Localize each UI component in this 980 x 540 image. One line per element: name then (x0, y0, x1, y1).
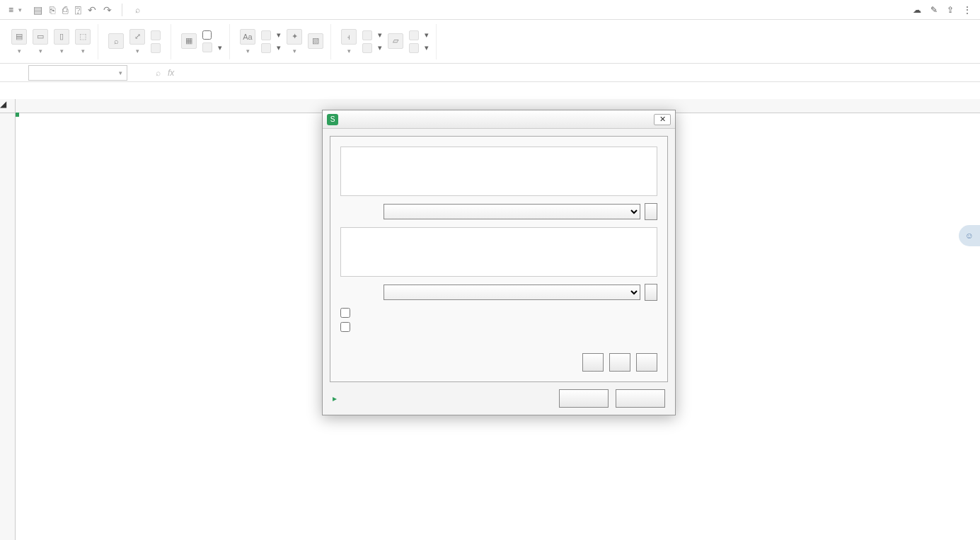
showbreaks-toggle[interactable] (202, 30, 222, 40)
ok-button[interactable] (559, 389, 609, 408)
formula-bar: ▾ ⌕ fx (0, 64, 980, 82)
rotate-icon (362, 43, 372, 53)
colors-button[interactable]: ▾ (261, 30, 281, 40)
effects-icon: ✦ (287, 29, 302, 45)
redo-icon[interactable]: ↷ (103, 4, 112, 16)
headerfooter-button[interactable] (151, 43, 163, 53)
first-page-checkbox[interactable] (340, 322, 350, 332)
dialog-body (330, 136, 668, 382)
fx-controls: ⌕ fx (156, 68, 174, 78)
share-icon: ⇪ (947, 5, 954, 15)
unsync-button[interactable]: ☁ (913, 5, 923, 15)
undo-icon[interactable]: ↶ (88, 4, 96, 16)
bringfwd-icon (409, 30, 419, 40)
tips-link[interactable]: ▸ (333, 393, 340, 403)
header-select[interactable] (384, 204, 640, 219)
row-headers: ◢ (0, 99, 16, 540)
colors-icon (261, 30, 271, 40)
name-box[interactable]: ▾ (28, 65, 127, 81)
saveas-icon[interactable]: ⎘ (50, 4, 55, 16)
fonts-button[interactable]: ▾ (261, 43, 281, 53)
theme-button[interactable]: Aa ▾ (240, 29, 255, 54)
page-setup-dialog: S ✕ ▸ (322, 110, 676, 415)
menu-icon: ≡ (8, 5, 13, 15)
titles-icon (151, 30, 161, 40)
cloud-icon: ☁ (913, 5, 921, 15)
group-icon (362, 30, 372, 40)
odd-even-checkbox[interactable] (340, 308, 350, 318)
save-icon[interactable]: ▤ (33, 4, 42, 16)
bringforward-button[interactable]: ▾ (409, 30, 429, 40)
bgimage-button[interactable]: ▧ (308, 33, 323, 50)
active-cell-outline (16, 113, 18, 116)
share-button[interactable]: ⇪ (947, 5, 956, 15)
quick-access-toolbar: ▤ ⎘ ⎙ ⍰ ↶ ↷ (28, 4, 117, 16)
select-all-corner[interactable]: ◢ (0, 99, 15, 113)
command-search[interactable]: ⌕ (135, 5, 143, 15)
dialog-titlebar[interactable]: S ✕ (323, 110, 675, 129)
papersize-button[interactable]: ▯ ▾ (54, 29, 69, 54)
more-icon[interactable]: ⋮ (963, 5, 972, 15)
options-button[interactable] (582, 353, 604, 372)
margins-icon: ▤ (11, 29, 27, 45)
print-icon[interactable]: ⎙ (62, 4, 68, 16)
custom-footer-button[interactable] (645, 284, 657, 301)
preview-icon: ⌕ (108, 33, 124, 49)
printpreview-button[interactable]: ⌕ (108, 33, 124, 50)
search-icon: ⌕ (135, 5, 140, 15)
ribbon: ▤ ▾ ▭ ▾ ▯ ▾ ⬚ ▾ ⌕ ⤢ ▾ ▦ ▾ Aa ▾ ▾ ▾ ✦ ▾ ▧… (0, 20, 980, 64)
effects-button[interactable]: ✦ ▾ (287, 29, 302, 54)
scale-icon: ⤢ (129, 29, 145, 45)
selectionpane-button[interactable]: ▱ (388, 33, 403, 50)
dialog-tabs (323, 129, 675, 136)
print-button[interactable] (609, 353, 630, 372)
margins-button[interactable]: ▤ ▾ (11, 29, 27, 54)
play-icon: ▸ (333, 393, 337, 403)
breakpreview-icon: ▦ (181, 33, 197, 49)
insertbreak-icon (202, 42, 212, 52)
headerfooter-icon (151, 43, 161, 53)
pagebreakpreview-button[interactable]: ▦ (181, 33, 197, 50)
bgimage-icon: ▧ (308, 33, 323, 49)
collab-icon: ✎ (930, 5, 938, 15)
topbar-right: ☁ ✎ ⇪ ⋮ (913, 5, 977, 15)
chevron-down-icon: ▾ (18, 6, 22, 13)
printpreview-button[interactable] (636, 353, 657, 372)
dialog-close-button[interactable]: ✕ (654, 114, 671, 125)
file-menu[interactable]: ≡ ▾ (3, 5, 28, 15)
fx-search-icon[interactable]: ⌕ (156, 68, 161, 78)
footer-preview (340, 227, 657, 277)
sendback-icon (409, 43, 419, 53)
group-button[interactable]: ▾ (362, 30, 382, 40)
size-icon: ▯ (54, 29, 69, 45)
collab-button[interactable]: ✎ (930, 5, 940, 15)
app-icon: S (327, 114, 338, 125)
custom-header-button[interactable] (645, 203, 657, 220)
preview-icon[interactable]: ⍰ (75, 4, 81, 16)
insertbreak-button[interactable]: ▾ (202, 42, 222, 52)
rotate-button[interactable]: ▾ (362, 43, 382, 53)
assistant-bubble[interactable]: ☺ (959, 225, 980, 246)
theme-icon: Aa (240, 29, 255, 45)
chevron-down-icon[interactable]: ▾ (119, 69, 122, 76)
sendback-button[interactable]: ▾ (409, 43, 429, 53)
align-button[interactable]: ⫞ ▾ (341, 29, 357, 54)
header-preview (340, 147, 657, 196)
topbar: ≡ ▾ ▤ ⎘ ⎙ ⍰ ↶ ↷ ⌕ ☁ ✎ ⇪ ⋮ (0, 0, 980, 20)
align-icon: ⫞ (341, 29, 357, 45)
footer-select[interactable] (384, 285, 640, 300)
showbreaks-checkbox[interactable] (202, 30, 212, 40)
printarea-button[interactable]: ⬚ ▾ (75, 29, 91, 54)
selpane-icon: ▱ (388, 33, 403, 49)
orientation-button[interactable]: ▭ ▾ (33, 29, 48, 54)
cancel-button[interactable] (616, 389, 665, 408)
fx-icon[interactable]: fx (168, 68, 174, 78)
printtitles-button[interactable] (151, 30, 163, 40)
orientation-icon: ▭ (33, 29, 48, 45)
fonts-icon (261, 43, 271, 53)
printscale-button[interactable]: ⤢ ▾ (129, 29, 145, 54)
area-icon: ⬚ (75, 29, 91, 45)
